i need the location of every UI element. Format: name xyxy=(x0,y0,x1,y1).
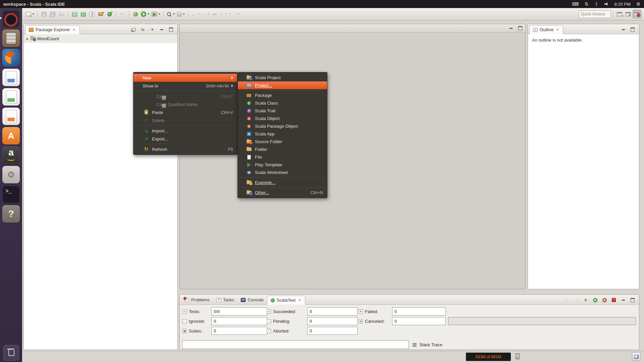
minimize-icon[interactable] xyxy=(508,25,514,31)
keyboard-indicator-icon[interactable] xyxy=(572,1,579,7)
selected-test-input[interactable] xyxy=(182,340,409,349)
submenu-item-package[interactable]: Package xyxy=(238,92,327,99)
submenu-item-scala-worksheet[interactable]: Scala Worksheet xyxy=(238,169,327,176)
run-garbage-collector-button[interactable] xyxy=(514,353,521,361)
submenu-item-scala-trait[interactable]: Scala Trait xyxy=(238,107,327,115)
submenu-item-scala-package-object[interactable]: Scala Package Object xyxy=(238,122,327,130)
scalatest-view: Tests: 0/0 Succeeded: 0 Failed: 0 Ignore… xyxy=(180,305,639,350)
tab-console[interactable]: Console xyxy=(237,295,267,304)
minimize-icon[interactable] xyxy=(159,26,165,33)
file-icon xyxy=(246,155,252,160)
close-icon[interactable] xyxy=(298,298,302,302)
close-icon[interactable] xyxy=(72,28,76,32)
next-annotation-button: ↓ xyxy=(232,10,241,18)
dock-item-system-settings[interactable] xyxy=(2,166,20,183)
minimize-icon[interactable] xyxy=(620,26,626,33)
dock-item-libreoffice-impress[interactable] xyxy=(2,108,20,125)
search-icon xyxy=(167,12,172,17)
menu-item-show-in[interactable]: Show In Shift+Alt+W xyxy=(133,82,237,90)
new-java-element-button[interactable] xyxy=(88,10,96,18)
submenu-item-folder[interactable]: Folder xyxy=(238,145,327,153)
open-scala-interpreter-button[interactable] xyxy=(70,10,79,18)
external-tools-button[interactable] xyxy=(151,10,161,18)
clock[interactable]: 8:20 PM xyxy=(614,2,631,7)
link-with-editor-icon[interactable] xyxy=(140,26,146,33)
close-icon[interactable] xyxy=(555,28,559,32)
dock-item-help[interactable] xyxy=(2,205,20,223)
maximize-icon[interactable] xyxy=(630,26,636,33)
dock-item-trash[interactable] xyxy=(3,345,19,361)
new-scala-package-button[interactable] xyxy=(96,10,105,18)
java-perspective-button[interactable] xyxy=(624,10,633,18)
show-failures-only-icon[interactable] xyxy=(583,297,589,303)
view-menu-icon[interactable] xyxy=(149,26,155,33)
dock-item-ubuntu-software-center[interactable] xyxy=(2,127,20,144)
submenu-item-example[interactable]: Example... xyxy=(238,179,327,186)
scala-perspective-icon xyxy=(634,12,640,16)
debug-button[interactable] xyxy=(131,10,140,18)
tab-outline[interactable]: Outline xyxy=(529,25,563,34)
submenu-item-scala-class[interactable]: Scala Class xyxy=(238,99,327,107)
maximize-icon[interactable] xyxy=(630,297,636,303)
save-all-button xyxy=(48,10,57,18)
dock-item-terminal[interactable] xyxy=(2,186,20,203)
annotations-button[interactable] xyxy=(176,10,186,18)
open-perspective-button[interactable] xyxy=(615,10,624,18)
new-wizard-button[interactable] xyxy=(25,10,35,18)
run-button[interactable] xyxy=(140,10,151,18)
submenu-item-scala-object[interactable]: Scala Object xyxy=(238,115,327,122)
expand-arrow-icon[interactable] xyxy=(26,37,29,41)
menu-item-new[interactable]: New xyxy=(133,74,237,82)
failed-icon xyxy=(359,309,363,314)
menu-item-refresh[interactable]: Refresh F5 xyxy=(133,145,237,153)
session-gear-icon[interactable] xyxy=(636,1,641,7)
cut-icon xyxy=(120,11,124,17)
submenu-item-scala-app[interactable]: Scala App xyxy=(238,130,327,138)
submenu-item-source-folder[interactable]: Source Folder xyxy=(238,138,327,145)
running-indicator xyxy=(0,17,2,19)
submenu-item-other[interactable]: Other... Ctrl+N xyxy=(238,189,327,196)
rerun-failed-tests-icon[interactable] xyxy=(601,297,607,303)
submenu-item-play-template[interactable]: Play Template xyxy=(238,161,327,169)
submenu-item-scala-project[interactable]: Scala Project xyxy=(238,74,327,81)
tab-scalatest[interactable]: ScalaTest xyxy=(267,296,305,305)
maximize-icon[interactable] xyxy=(517,25,523,31)
dock-item-amazon[interactable] xyxy=(2,146,20,164)
sync-indicator-icon[interactable] xyxy=(584,1,589,7)
aborted-label: Aborted: xyxy=(267,328,289,334)
tree-item-wordcount[interactable]: WordCount xyxy=(24,34,177,43)
volume-icon[interactable] xyxy=(604,2,609,6)
collapse-all-icon[interactable] xyxy=(130,26,137,33)
dock-item-libreoffice-calc[interactable] xyxy=(2,88,20,106)
search-button[interactable] xyxy=(166,10,176,18)
maximize-icon[interactable] xyxy=(168,26,174,33)
menu-item-export[interactable]: Export... xyxy=(133,135,237,143)
minimize-icon[interactable] xyxy=(620,297,626,303)
rerun-all-tests-icon[interactable] xyxy=(592,297,598,303)
tab-package-explorer[interactable]: Package Explorer xyxy=(25,25,80,34)
dock-item-files[interactable] xyxy=(2,29,20,47)
bluetooth-icon[interactable] xyxy=(594,1,599,7)
tab-problems[interactable]: Problems xyxy=(181,295,213,304)
tab-tasks[interactable]: Tasks xyxy=(213,295,237,304)
menu-item-paste[interactable]: Paste Ctrl+V xyxy=(133,108,237,116)
toolbar-separator xyxy=(37,10,38,18)
dock-item-libreoffice-writer[interactable] xyxy=(2,69,20,86)
canceled-label: Canceled: xyxy=(359,318,385,324)
scala-perspective-button[interactable] xyxy=(633,10,641,18)
tests-icon xyxy=(182,309,187,314)
submenu-item-file[interactable]: File xyxy=(238,153,327,161)
quick-access-input[interactable]: Quick Access xyxy=(579,10,611,18)
restore-view-button[interactable] xyxy=(632,352,641,361)
stop-test-run-icon[interactable] xyxy=(611,297,617,303)
submenu-item-project[interactable]: Project... xyxy=(238,81,327,89)
menu-item-import[interactable]: Import... xyxy=(133,127,237,135)
new-scala-class-button[interactable] xyxy=(105,10,114,18)
package-explorer-icon xyxy=(29,28,34,32)
run-scala-application-button[interactable] xyxy=(79,10,88,18)
launcher-dock xyxy=(0,8,22,362)
chevron-down-icon xyxy=(158,13,160,15)
dock-item-scala-ide[interactable] xyxy=(2,10,20,27)
dock-item-firefox[interactable] xyxy=(2,49,20,66)
chevron-down-icon xyxy=(229,13,231,15)
